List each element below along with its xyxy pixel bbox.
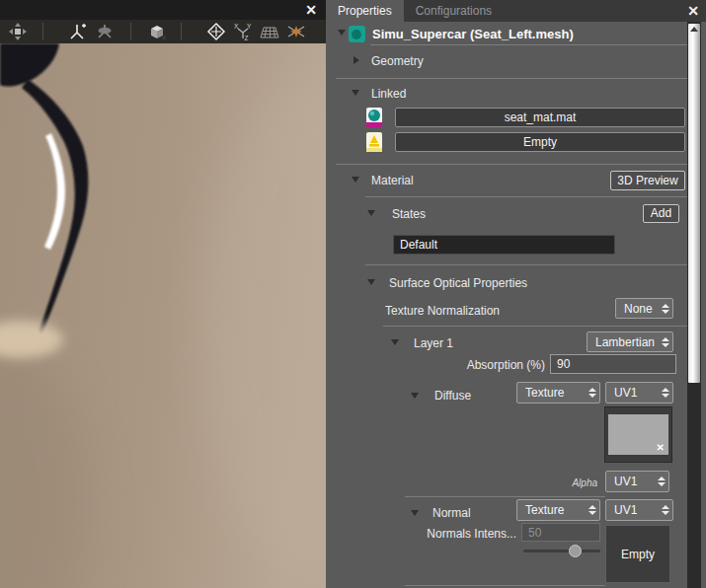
material-expander[interactable] bbox=[352, 177, 359, 183]
divider bbox=[365, 196, 688, 197]
viewport-3d-render[interactable] bbox=[0, 43, 326, 588]
divider bbox=[336, 78, 688, 79]
properties-content: Simu_Supercar (Seat_Left.mesh) Geometry … bbox=[326, 22, 706, 588]
slider-handle[interactable] bbox=[569, 545, 582, 557]
material-file-icon bbox=[365, 108, 383, 127]
3d-preview-button[interactable]: 3D Preview bbox=[610, 171, 685, 190]
texture-normalization-value: None bbox=[616, 302, 659, 316]
texture-clear-icon[interactable]: ✕ bbox=[657, 442, 665, 453]
normal-uv-value: UV1 bbox=[606, 503, 659, 517]
absorption-input[interactable]: 90 bbox=[550, 354, 676, 374]
normal-source-dropdown[interactable]: Texture bbox=[516, 499, 600, 521]
layer1-label: Layer 1 bbox=[414, 336, 453, 350]
add-state-button[interactable]: Add bbox=[643, 204, 679, 223]
chevron-updown-icon bbox=[659, 505, 672, 515]
viewport-pane: ✕ bbox=[0, 0, 326, 588]
layer1-expander[interactable] bbox=[391, 339, 399, 345]
node-title: Simu_Supercar (Seat_Left.mesh) bbox=[372, 27, 574, 41]
scroll-up-icon bbox=[690, 27, 698, 32]
surface-optical-label: Surface Optical Properties bbox=[389, 276, 527, 290]
diamond-gizmo-icon[interactable] bbox=[206, 22, 226, 41]
layer1-model-value: Lambertian bbox=[588, 335, 659, 349]
divider bbox=[336, 164, 688, 165]
panel-close-button[interactable]: ✕ bbox=[684, 2, 702, 20]
axes-add-icon[interactable] bbox=[67, 22, 87, 41]
divider bbox=[370, 44, 688, 45]
tab-configurations[interactable]: Configurations bbox=[404, 0, 504, 22]
light-file-icon bbox=[365, 132, 383, 152]
absorption-label: Absorption (%) bbox=[425, 358, 545, 372]
texture-normalization-dropdown[interactable]: None bbox=[615, 298, 673, 319]
panel-tabbar: Properties Configurations ✕ bbox=[326, 0, 706, 22]
divider bbox=[405, 496, 605, 497]
alpha-uv-dropdown[interactable]: UV1 bbox=[605, 471, 669, 492]
properties-pane: Properties Configurations ✕ Simu_Superca… bbox=[326, 0, 706, 588]
normals-intensity-label: Normals Intens... bbox=[395, 527, 516, 541]
diffuse-texture-preview[interactable]: ✕ bbox=[604, 406, 672, 463]
normal-label: Normal bbox=[432, 506, 471, 520]
viewport-titlebar: ✕ bbox=[0, 0, 326, 20]
svg-text:X: X bbox=[234, 23, 239, 30]
divider bbox=[365, 264, 688, 265]
scrollbar-thumb[interactable] bbox=[688, 24, 700, 383]
axes-disc-icon[interactable] bbox=[95, 22, 115, 41]
panel-scrollbar[interactable] bbox=[687, 22, 701, 588]
linked-section-label: Linked bbox=[371, 87, 406, 101]
linked-material-button[interactable]: seat_mat.mat bbox=[395, 108, 685, 127]
divider bbox=[383, 326, 688, 327]
mesh-node-icon bbox=[349, 26, 365, 42]
header-expander[interactable] bbox=[338, 30, 346, 36]
chevron-updown-icon bbox=[659, 388, 672, 398]
alpha-uv-value: UV1 bbox=[606, 475, 655, 488]
slider-track[interactable] bbox=[523, 550, 600, 552]
cube-icon[interactable] bbox=[147, 22, 167, 41]
chevron-updown-icon bbox=[586, 388, 599, 398]
grid-icon[interactable] bbox=[260, 22, 279, 41]
normals-intensity-input[interactable]: 50 bbox=[521, 523, 600, 542]
sensor-star-icon[interactable] bbox=[286, 22, 306, 41]
chevron-updown-icon bbox=[655, 477, 668, 486]
toolbar-separator bbox=[130, 23, 131, 40]
normals-intensity-slider[interactable] bbox=[523, 545, 600, 557]
application-window: ✕ bbox=[0, 0, 706, 588]
normal-source-value: Texture bbox=[517, 503, 586, 517]
svg-text:Y: Y bbox=[247, 23, 252, 30]
diffuse-expander[interactable] bbox=[411, 393, 419, 399]
linked-light-button[interactable]: Empty bbox=[395, 132, 685, 152]
diffuse-source-value: Texture bbox=[517, 386, 586, 400]
surface-optical-expander[interactable] bbox=[367, 279, 375, 285]
material-section-label: Material bbox=[371, 174, 414, 187]
diffuse-uv-value: UV1 bbox=[606, 386, 659, 400]
toolbar-separator bbox=[181, 23, 182, 40]
chevron-updown-icon bbox=[659, 337, 672, 347]
tab-properties[interactable]: Properties bbox=[326, 0, 404, 22]
alpha-label: Alpha bbox=[523, 478, 597, 488]
layer1-model-dropdown[interactable]: Lambertian bbox=[587, 331, 673, 352]
divider bbox=[405, 585, 605, 586]
chevron-updown-icon bbox=[659, 304, 672, 314]
geometry-expander[interactable] bbox=[353, 56, 359, 64]
diffuse-source-dropdown[interactable]: Texture bbox=[516, 382, 600, 404]
chevron-updown-icon bbox=[586, 505, 599, 515]
xyz-axes-icon[interactable]: X Y Z bbox=[233, 22, 253, 41]
svg-text:Z: Z bbox=[245, 35, 249, 41]
diffuse-texture-thumbnail: ✕ bbox=[608, 414, 668, 455]
pan-gizmo-icon[interactable] bbox=[8, 22, 28, 41]
normal-texture-empty-slot[interactable]: Empty bbox=[605, 525, 670, 583]
normal-uv-dropdown[interactable]: UV1 bbox=[605, 499, 673, 521]
normal-expander[interactable] bbox=[411, 510, 419, 516]
viewport-close-button[interactable]: ✕ bbox=[302, 1, 320, 19]
states-section-label: States bbox=[392, 207, 426, 221]
viewport-toolbar: X Y Z bbox=[0, 20, 326, 43]
diffuse-label: Diffuse bbox=[434, 389, 471, 403]
geometry-section-label: Geometry bbox=[371, 54, 424, 68]
state-name-field[interactable]: Default bbox=[393, 235, 615, 255]
texture-normalization-label: Texture Normalization bbox=[385, 304, 500, 318]
diffuse-uv-dropdown[interactable]: UV1 bbox=[605, 382, 673, 404]
toolbar-separator bbox=[42, 23, 43, 40]
states-expander[interactable] bbox=[367, 210, 375, 216]
linked-expander[interactable] bbox=[352, 90, 359, 96]
